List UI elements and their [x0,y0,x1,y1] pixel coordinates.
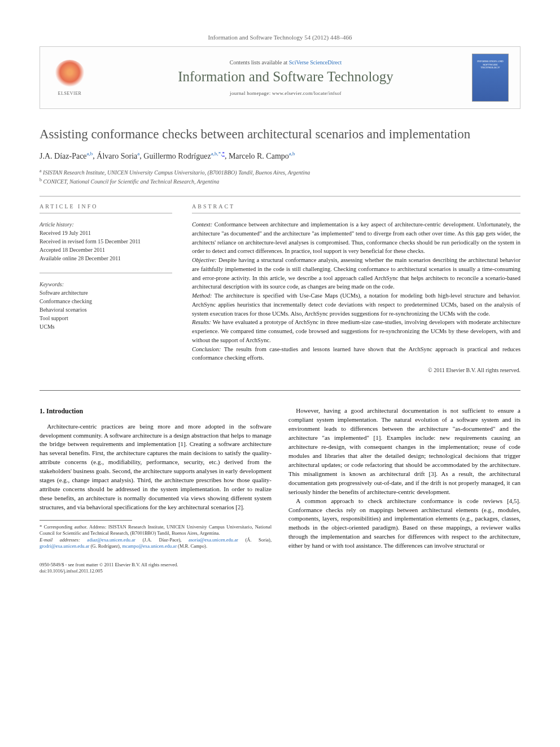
abstract-method: The architecture is specified with Use-C… [192,292,520,317]
journal-header-box: ELSEVIER Contents lists available at Sci… [40,46,520,109]
elsevier-logo: ELSEVIER [51,56,88,99]
affiliations: a ISISTAN Research Institute, UNICEN Uni… [40,168,520,186]
abstract-conclusion-label: Conclusion: [192,346,221,352]
body-para-2: However, having a good architectural doc… [288,407,520,496]
abstract-method-label: Method: [192,292,212,299]
author-2: Álvaro Soriaa [97,152,139,160]
abstract-context-label: Context: [192,221,212,228]
journal-title: Information and Software Technology [99,69,472,85]
footnotes: * Corresponding author. Address: ISISTAN… [40,524,272,550]
author-3: Guillermo Rodrígueza,b,*,* [143,152,225,160]
email-footnote: E-mail addresses: adiaz@exa.unicen.edu.a… [40,537,272,550]
keyword: Tool support [40,314,172,322]
footer-front-matter: 0950-5849/$ - see front matter © 2011 El… [40,562,520,568]
body-para-1: Architecture-centric practices are being… [40,422,272,512]
body-text-columns: 1. Introduction Architecture-centric pra… [40,407,520,551]
corresponding-marker[interactable]: * [222,151,225,156]
abstract-conclusion: The results from case-studies and lesson… [192,346,520,361]
sciencedirect-link[interactable]: SciVerse ScienceDirect [289,59,342,65]
affiliation-a: ISISTAN Research Institute, UNICEN Unive… [43,169,310,176]
history-label: Article history: [40,220,172,229]
section-1-heading: 1. Introduction [40,407,272,416]
footer-doi: doi:10.1016/j.infsof.2011.12.005 [40,568,520,574]
keywords-label: Keywords: [40,280,172,289]
abstract-column: ABSTRACT Context: Conformance between ar… [192,203,520,373]
affiliation-b: CONICET, National Council for Scientific… [43,178,220,185]
divider [40,196,520,196]
elsevier-tree-icon [54,60,85,91]
email-link[interactable]: mcampo@exa.unicen.edu.ar [122,543,177,549]
abstract-results-label: Results: [192,319,211,325]
history-received: Received 19 July 2011 [40,229,172,237]
full-width-divider [40,390,520,391]
email-link[interactable]: grodri@exa.unicen.edu.ar [40,543,89,549]
homepage-url[interactable]: www.elsevier.com/locate/infsof [272,90,342,96]
page-footer: 0950-5849/$ - see front matter © 2011 El… [40,562,520,574]
article-info-column: ARTICLE INFO Article history: Received 1… [40,203,172,373]
keyword: Behavioral scenarios [40,305,172,314]
contents-prefix: Contents lists available at [230,59,289,65]
abstract-objective-label: Objective: [192,257,217,263]
body-para-3: A common approach to check architecture … [288,497,520,551]
author-1: J.A. Díaz-Pacea,b [40,152,93,160]
abstract-results: We have evaluated a prototype of ArchSyn… [192,319,520,343]
keywords-block: Keywords: Software architecture Conforma… [40,280,172,331]
history-online: Available online 28 December 2011 [40,254,172,263]
copyright-line: © 2011 Elsevier B.V. All rights reserved… [192,367,520,373]
abstract-body: Context: Conformance between architectur… [192,220,520,362]
article-info-heading: ARTICLE INFO [40,203,172,209]
journal-cover-thumbnail [472,54,509,102]
abstract-objective: Despite having a structural conformance … [192,257,520,290]
contents-available-line: Contents lists available at SciVerse Sci… [99,59,472,65]
abstract-context: Conformance between architecture and imp… [192,221,520,254]
email-link[interactable]: adiaz@exa.unicen.edu.ar [87,537,135,543]
article-history: Article history: Received 19 July 2011 R… [40,220,172,263]
footnote-separator [40,520,132,521]
keyword: Conformance checking [40,297,172,305]
keyword: Software architecture [40,289,172,297]
author-list: J.A. Díaz-Pacea,b, Álvaro Soriaa, Guille… [40,151,520,161]
publisher-name: ELSEVIER [58,91,82,96]
journal-homepage: journal homepage: www.elsevier.com/locat… [99,90,472,96]
history-accepted: Accepted 18 December 2011 [40,246,172,254]
emails-label: E-mail addresses: [40,537,80,543]
homepage-prefix: journal homepage: [230,90,272,96]
abstract-heading: ABSTRACT [192,203,520,209]
citation-header: Information and Software Technology 54 (… [40,34,520,41]
keyword: UCMs [40,322,172,331]
author-4: Marcelo R. Campoa,b [229,152,295,160]
corresponding-footnote: * Corresponding author. Address: ISISTAN… [40,524,272,537]
article-title: Assisting conformance checks between arc… [40,126,520,143]
email-link[interactable]: asoria@exa.unicen.edu.ar [189,537,238,543]
history-revised: Received in revised form 15 December 201… [40,237,172,246]
